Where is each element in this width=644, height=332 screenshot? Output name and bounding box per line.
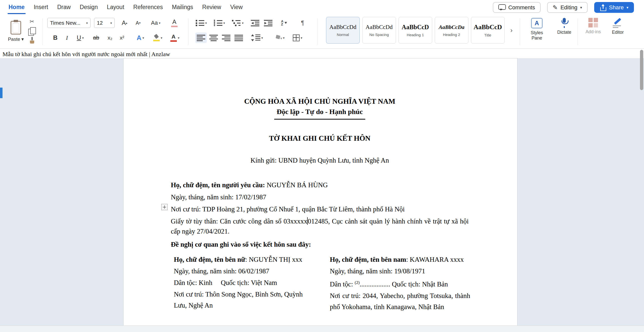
document-page[interactable]: CỘNG HÒA XÃ HỘI CHỦ NGHĨA VIỆT NAM Độc l…	[123, 58, 517, 325]
clipboard-icon	[11, 21, 21, 34]
tab-design[interactable]: Design	[75, 0, 102, 15]
chevron-down-icon: ▾	[242, 21, 244, 25]
styles-gallery-more-button[interactable]: ›	[507, 17, 516, 44]
groom-residence-line[interactable]: Nơi cư trú: 2044, Yabecho, phường Totsuk…	[330, 290, 470, 312]
subscript-button[interactable]: x₂	[104, 32, 116, 43]
align-left-button[interactable]	[195, 32, 207, 43]
groom-name-line[interactable]: Họ, chữ đệm, tên bên nam: KAWAHARA xxxx	[330, 254, 470, 265]
style-heading-1[interactable]: AaBbCcD Heading 1	[398, 17, 432, 44]
tab-references[interactable]: References	[129, 0, 168, 15]
italic-button[interactable]: I	[62, 32, 72, 43]
format-painter-button[interactable]	[27, 36, 37, 45]
text-effects-button[interactable]: A ▾	[133, 32, 148, 43]
bride-name-line[interactable]: Họ, chữ đệm, tên bên nữ: NGUYỄN THỊ xxx	[174, 254, 309, 265]
applicant-residence-line[interactable]: Nơi cư trú: TDP Hoàng 21, phường Cổ Nhuế…	[171, 204, 469, 214]
line-spacing-button[interactable]: ▾	[249, 32, 265, 43]
chevron-down-icon: ▾	[223, 21, 225, 25]
eraser-swatch	[171, 26, 178, 27]
add-ins-button[interactable]: Add-ins	[582, 18, 605, 34]
shrink-font-button[interactable]: A▾	[132, 18, 144, 28]
style-heading-2[interactable]: AaBbCcDa Heading 2	[435, 17, 468, 44]
share-button[interactable]: Share ▾	[594, 2, 634, 13]
clear-formatting-button[interactable]: A	[168, 18, 181, 28]
style-normal[interactable]: AaBbCcDd Normal	[326, 17, 360, 44]
editing-mode-button[interactable]: ✎ Editing ▾	[547, 2, 588, 13]
align-center-button[interactable]	[208, 32, 219, 43]
bullets-button[interactable]: ▾	[193, 18, 209, 28]
grow-font-button[interactable]: A▴	[118, 18, 131, 28]
cut-button[interactable]: ✂	[27, 17, 37, 26]
numbering-button[interactable]: ▾	[211, 18, 227, 28]
groom-ethnicity-rest: .................. Quốc tịch: Nhật Bản	[360, 280, 448, 288]
style-no-spacing[interactable]: AaBbCcDd No Spacing	[362, 17, 396, 44]
applicant-dob-line[interactable]: Ngày, tháng, năm sinh: 17/02/1987	[171, 192, 469, 202]
styles-pane-button[interactable]: A Styles Pane	[524, 18, 550, 41]
table-move-handle[interactable]	[161, 204, 168, 210]
font-color-button[interactable]: A ▾	[167, 32, 183, 43]
tab-insert[interactable]: Insert	[29, 0, 53, 15]
decrease-indent-button[interactable]	[249, 18, 261, 28]
highlight-color-button[interactable]: ▾	[150, 32, 166, 43]
national-motto[interactable]: Độc lập - Tự do - Hạnh phúc	[171, 106, 469, 120]
style-name: Title	[484, 33, 491, 37]
change-case-button[interactable]: Aa ▾	[147, 18, 164, 28]
tab-layout[interactable]: Layout	[102, 0, 129, 15]
horizontal-scrollbar[interactable]	[0, 325, 644, 332]
superscript-button[interactable]: x²	[116, 32, 128, 43]
style-preview: AaBbCcDd	[329, 24, 356, 30]
style-name: No Spacing	[369, 32, 389, 37]
style-name: Normal	[337, 32, 349, 37]
applicant-id-line[interactable]: Giấy tờ tùy thân: Căn cước công dân số 0…	[171, 216, 469, 236]
editor-button[interactable]: Editor	[607, 18, 628, 35]
groom-ethnicity-line[interactable]: Dân tộc: (2).................. Quốc tịch…	[330, 277, 470, 290]
align-right-button[interactable]	[220, 32, 232, 43]
tab-home[interactable]: Home	[4, 0, 29, 15]
group-separator	[188, 18, 188, 45]
chevron-down-icon: ▾	[110, 21, 112, 25]
strikethrough-button[interactable]: ab	[90, 32, 103, 43]
tab-mailings[interactable]: Mailings	[167, 0, 197, 15]
share-icon	[600, 4, 606, 11]
bride-ethnicity-line[interactable]: Dân tộc: Kinh Quốc tịch: Việt Nam	[174, 277, 309, 288]
page-content: CỘNG HÒA XÃ HỘI CHỦ NGHĨA VIỆT NAM Độc l…	[124, 58, 517, 312]
tab-review[interactable]: Review	[198, 0, 226, 15]
tab-view[interactable]: View	[226, 0, 247, 15]
shading-button[interactable]: ▾	[272, 32, 287, 43]
bride-residence-line[interactable]: Nơi cư trú: Thôn Song Ngọc, Bình Sơn, Qu…	[174, 289, 309, 311]
vertical-scrollbar-thumb[interactable]	[640, 50, 643, 90]
bride-dob-line[interactable]: Ngày, tháng, năm sinh: 06/02/1987	[174, 266, 309, 277]
multilevel-list-button[interactable]: ▾	[229, 18, 246, 28]
copy-icon	[28, 27, 36, 35]
font-size-combobox[interactable]: 12 ▾	[94, 18, 115, 28]
sort-button[interactable]: AZ	[277, 18, 291, 28]
chevron-down-icon: ▾	[626, 5, 628, 10]
tab-draw[interactable]: Draw	[53, 0, 75, 15]
request-heading[interactable]: Đề nghị cơ quan ghi vào sổ việc kết hôn …	[171, 239, 469, 249]
motto-text: Độc lập - Tự do - Hạnh phúc	[274, 106, 365, 120]
groom-column: Họ, chữ đệm, tên bên nam: KAWAHARA xxxx …	[327, 253, 470, 312]
national-title[interactable]: CỘNG HÒA XÃ HỘI CHỦ NGHĨA VIỆT NAM	[171, 96, 469, 106]
bold-button[interactable]: B	[50, 32, 61, 43]
applicant-name-line[interactable]: Họ, chữ đệm, tên người yêu cầu: NGUYỄN B…	[171, 180, 469, 190]
dictate-button[interactable]: Dictate	[553, 18, 576, 35]
group-separator	[317, 18, 318, 45]
form-title[interactable]: TỜ KHAI GHI CHÚ KẾT HÔN	[171, 134, 469, 142]
show-paragraph-marks-button[interactable]: ¶	[297, 18, 308, 28]
style-title[interactable]: AaBbCcD Title	[471, 17, 505, 44]
copy-button[interactable]	[27, 27, 37, 35]
justify-button[interactable]	[233, 32, 245, 43]
increase-indent-button[interactable]	[262, 18, 274, 28]
underline-button[interactable]: U ▾	[73, 32, 88, 43]
font-name-combobox[interactable]: Times New... ▾	[47, 18, 91, 28]
comments-button[interactable]: Comments	[493, 2, 540, 13]
scrolled-heading-line: Mẫu tờ khai ghi chú kết hôn với người nư…	[0, 49, 644, 58]
paste-label: Paste	[8, 36, 20, 42]
ribbon-toolbar: Paste ▾ ✂ Times New... ▾ 12 ▾ A▴ A▾ Aa ▾…	[0, 15, 644, 49]
groom-dob-line[interactable]: Ngày, tháng, năm sinh: 19/08/1971	[330, 266, 470, 277]
document-canvas: CỘNG HÒA XÃ HỘI CHỦ NGHĨA VIỆT NAM Độc l…	[0, 58, 644, 325]
couple-table: Họ, chữ đệm, tên bên nữ: NGUYỄN THỊ xxx …	[171, 253, 470, 312]
format-painter-icon	[29, 37, 35, 45]
borders-button[interactable]: ▾	[290, 32, 305, 43]
paste-button[interactable]: Paste ▾	[6, 16, 26, 47]
recipient-line[interactable]: Kính gửi: UBND huyện Quỳnh Lưu, tỉnh Ngh…	[171, 157, 469, 164]
